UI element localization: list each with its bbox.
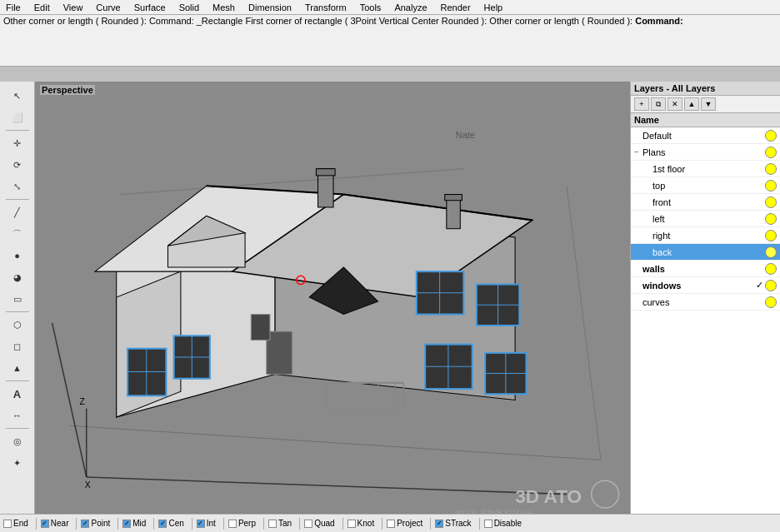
select-window[interactable]: ⬜ bbox=[6, 107, 29, 127]
layer-expand-plans: − bbox=[634, 147, 642, 157]
svg-text:X: X bbox=[85, 480, 91, 490]
near-checkbox[interactable]: ✓ bbox=[41, 520, 49, 528]
menu-transform[interactable]: Transform bbox=[302, 2, 349, 13]
layer-light-1stfloor[interactable] bbox=[765, 163, 777, 175]
layer-plans[interactable]: − Plans bbox=[631, 144, 780, 161]
layers-list[interactable]: Default − Plans 1st floor top front bbox=[631, 127, 780, 514]
gumball-tool[interactable]: ✦ bbox=[6, 453, 29, 473]
status-sep9 bbox=[342, 518, 343, 530]
surface-tool[interactable]: ◻ bbox=[6, 336, 29, 356]
menu-mesh[interactable]: Mesh bbox=[210, 2, 238, 13]
layer-light-top[interactable] bbox=[765, 180, 777, 191]
strack-checkbox[interactable]: ✓ bbox=[435, 520, 443, 528]
polyline-tool[interactable]: ⌒ bbox=[6, 224, 29, 244]
mesh-tool[interactable]: ▲ bbox=[6, 358, 29, 378]
knot-checkbox[interactable] bbox=[348, 520, 356, 528]
status-sep5 bbox=[192, 518, 192, 530]
status-end[interactable]: End bbox=[3, 519, 28, 528]
layer-walls[interactable]: walls bbox=[631, 261, 780, 277]
dim-tool[interactable]: ↔ bbox=[6, 405, 29, 425]
status-knot[interactable]: Knot bbox=[348, 519, 375, 528]
layer-back[interactable]: back bbox=[631, 244, 780, 261]
menu-tools[interactable]: Tools bbox=[358, 2, 384, 13]
osnap-tool[interactable]: ◎ bbox=[6, 431, 29, 451]
menu-edit[interactable]: Edit bbox=[32, 2, 52, 13]
status-quad[interactable]: Quad bbox=[304, 519, 334, 528]
menu-surface[interactable]: Surface bbox=[132, 2, 168, 13]
menu-analyze[interactable]: Analyze bbox=[392, 2, 429, 13]
cen-checkbox[interactable]: ✓ bbox=[158, 520, 167, 528]
delete-layer-btn[interactable]: ✕ bbox=[668, 97, 682, 111]
end-checkbox[interactable] bbox=[3, 520, 12, 528]
perp-label: Perp bbox=[238, 519, 256, 528]
layer-light[interactable] bbox=[765, 130, 777, 142]
menu-curve[interactable]: Curve bbox=[93, 2, 122, 13]
scale-tool[interactable]: ⤡ bbox=[6, 177, 29, 196]
layer-light-right[interactable] bbox=[765, 230, 777, 241]
left-toolbar: ↖ ⬜ ✛ ⟳ ⤡ ╱ ⌒ ● ◕ ▭ ⬡ ◻ ▲ A ↔ ◎ ✦ bbox=[0, 82, 35, 514]
layer-light-curves[interactable] bbox=[765, 296, 777, 308]
circle-tool[interactable]: ● bbox=[6, 246, 29, 266]
layer-light-windows[interactable] bbox=[765, 280, 777, 291]
text-tool[interactable]: A bbox=[6, 384, 29, 404]
status-disable[interactable]: Disable bbox=[484, 519, 522, 528]
layer-windows[interactable]: windows ✓ bbox=[631, 277, 780, 294]
status-strack[interactable]: ✓ STrack bbox=[435, 519, 471, 528]
layer-curves[interactable]: curves bbox=[631, 294, 780, 311]
menu-help[interactable]: Help bbox=[482, 2, 506, 13]
layer-light-left[interactable] bbox=[765, 213, 777, 225]
quad-checkbox[interactable] bbox=[304, 520, 312, 528]
layer-light-front[interactable] bbox=[765, 196, 777, 208]
line-tool[interactable]: ╱ bbox=[6, 202, 29, 222]
layer-top[interactable]: top bbox=[631, 177, 780, 194]
layer-1stfloor[interactable]: 1st floor bbox=[631, 161, 780, 177]
layers-col-name: Name bbox=[634, 115, 659, 125]
layer-light-walls[interactable] bbox=[765, 263, 777, 275]
rect-tool[interactable]: ▭ bbox=[6, 289, 29, 309]
menu-solid[interactable]: Solid bbox=[177, 2, 202, 13]
move-tool[interactable]: ✛ bbox=[6, 133, 29, 153]
rotate-tool[interactable]: ⟳ bbox=[6, 155, 29, 175]
menu-file[interactable]: File bbox=[3, 2, 23, 13]
tan-checkbox[interactable] bbox=[268, 520, 277, 528]
add-layer-btn[interactable]: + bbox=[634, 97, 649, 111]
menu-dimension[interactable]: Dimension bbox=[246, 2, 294, 13]
status-int[interactable]: ✓ Int bbox=[197, 519, 216, 528]
status-point[interactable]: ✓ Point bbox=[81, 519, 110, 528]
layer-name-curves: curves bbox=[642, 297, 765, 307]
layers-col-header: Name bbox=[631, 113, 780, 127]
status-mid[interactable]: ✓ Mid bbox=[122, 519, 146, 528]
status-project[interactable]: Project bbox=[387, 519, 422, 528]
layer-light-plans[interactable] bbox=[765, 147, 777, 158]
cmd-prompt: Command: bbox=[635, 16, 682, 26]
status-cen[interactable]: ✓ Cen bbox=[158, 519, 183, 528]
layer-light-back[interactable] bbox=[765, 246, 777, 258]
viewport[interactable]: Perspective Z X bbox=[35, 82, 630, 514]
perp-checkbox[interactable] bbox=[228, 520, 237, 528]
arc-tool[interactable]: ◕ bbox=[6, 267, 29, 287]
status-near[interactable]: ✓ Near bbox=[41, 519, 69, 528]
move-up-btn[interactable]: ▲ bbox=[684, 97, 699, 111]
layer-default[interactable]: Default bbox=[631, 127, 780, 144]
mid-checkbox[interactable]: ✓ bbox=[122, 520, 131, 528]
int-checkbox[interactable]: ✓ bbox=[197, 520, 205, 528]
menu-render[interactable]: Render bbox=[438, 2, 473, 13]
duplicate-layer-btn[interactable]: ⧉ bbox=[651, 97, 666, 111]
status-perp[interactable]: Perp bbox=[228, 519, 256, 528]
move-down-btn[interactable]: ▼ bbox=[701, 97, 716, 111]
layer-name-walls: walls bbox=[642, 264, 765, 274]
left-sep3 bbox=[6, 311, 29, 312]
status-tan[interactable]: Tan bbox=[268, 519, 292, 528]
cmd-line2: Command: _Rectangle bbox=[149, 16, 243, 26]
menu-view[interactable]: View bbox=[61, 2, 86, 13]
layer-right[interactable]: right bbox=[631, 227, 780, 244]
layer-name-front: front bbox=[652, 197, 765, 207]
project-checkbox[interactable] bbox=[387, 520, 395, 528]
disable-checkbox[interactable] bbox=[484, 520, 492, 528]
layer-front[interactable]: front bbox=[631, 194, 780, 211]
select-tool[interactable]: ↖ bbox=[6, 86, 29, 106]
extrude-tool[interactable]: ⬡ bbox=[6, 315, 29, 335]
layer-left[interactable]: left bbox=[631, 211, 780, 227]
status-sep10 bbox=[382, 518, 382, 530]
point-checkbox[interactable]: ✓ bbox=[81, 520, 89, 528]
